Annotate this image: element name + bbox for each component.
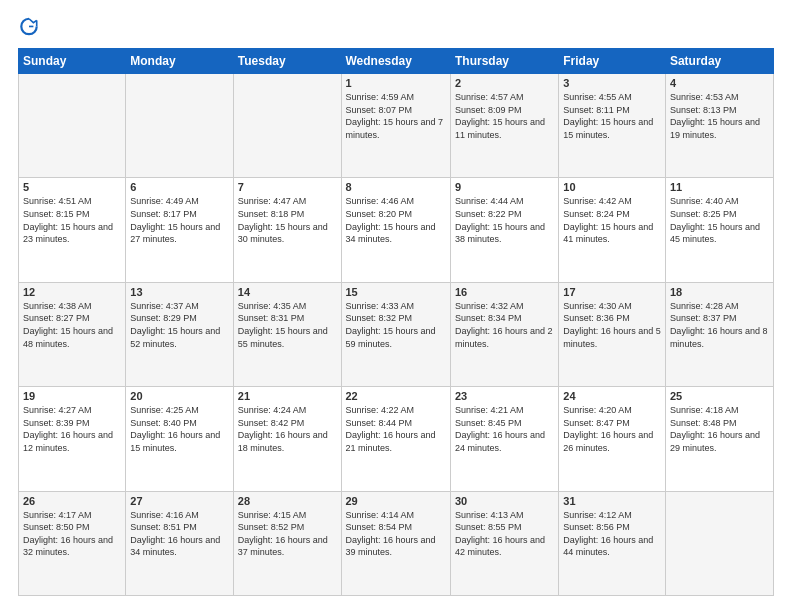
header [18,16,774,38]
day-cell: 31Sunrise: 4:12 AMSunset: 8:56 PMDayligh… [559,491,666,595]
day-info: Sunrise: 4:44 AMSunset: 8:22 PMDaylight:… [455,195,554,245]
day-cell: 2Sunrise: 4:57 AMSunset: 8:09 PMDaylight… [450,74,558,178]
day-number: 9 [455,181,554,193]
day-info: Sunrise: 4:16 AMSunset: 8:51 PMDaylight:… [130,509,228,559]
day-number: 2 [455,77,554,89]
day-info: Sunrise: 4:27 AMSunset: 8:39 PMDaylight:… [23,404,121,454]
week-row-1: 1Sunrise: 4:59 AMSunset: 8:07 PMDaylight… [19,74,774,178]
weekday-header-row: SundayMondayTuesdayWednesdayThursdayFrid… [19,49,774,74]
day-cell: 15Sunrise: 4:33 AMSunset: 8:32 PMDayligh… [341,282,450,386]
day-info: Sunrise: 4:51 AMSunset: 8:15 PMDaylight:… [23,195,121,245]
day-info: Sunrise: 4:59 AMSunset: 8:07 PMDaylight:… [346,91,446,141]
week-row-3: 12Sunrise: 4:38 AMSunset: 8:27 PMDayligh… [19,282,774,386]
day-info: Sunrise: 4:55 AMSunset: 8:11 PMDaylight:… [563,91,661,141]
day-cell: 11Sunrise: 4:40 AMSunset: 8:25 PMDayligh… [665,178,773,282]
day-info: Sunrise: 4:49 AMSunset: 8:17 PMDaylight:… [130,195,228,245]
day-info: Sunrise: 4:12 AMSunset: 8:56 PMDaylight:… [563,509,661,559]
day-number: 19 [23,390,121,402]
day-number: 26 [23,495,121,507]
day-number: 29 [346,495,446,507]
weekday-header-sunday: Sunday [19,49,126,74]
day-number: 23 [455,390,554,402]
day-cell: 28Sunrise: 4:15 AMSunset: 8:52 PMDayligh… [233,491,341,595]
day-cell: 12Sunrise: 4:38 AMSunset: 8:27 PMDayligh… [19,282,126,386]
day-number: 15 [346,286,446,298]
day-info: Sunrise: 4:40 AMSunset: 8:25 PMDaylight:… [670,195,769,245]
day-cell: 24Sunrise: 4:20 AMSunset: 8:47 PMDayligh… [559,387,666,491]
day-info: Sunrise: 4:32 AMSunset: 8:34 PMDaylight:… [455,300,554,350]
day-cell: 19Sunrise: 4:27 AMSunset: 8:39 PMDayligh… [19,387,126,491]
day-number: 5 [23,181,121,193]
day-number: 20 [130,390,228,402]
week-row-4: 19Sunrise: 4:27 AMSunset: 8:39 PMDayligh… [19,387,774,491]
day-cell: 22Sunrise: 4:22 AMSunset: 8:44 PMDayligh… [341,387,450,491]
day-info: Sunrise: 4:14 AMSunset: 8:54 PMDaylight:… [346,509,446,559]
weekday-header-friday: Friday [559,49,666,74]
day-cell: 23Sunrise: 4:21 AMSunset: 8:45 PMDayligh… [450,387,558,491]
day-info: Sunrise: 4:53 AMSunset: 8:13 PMDaylight:… [670,91,769,141]
day-info: Sunrise: 4:15 AMSunset: 8:52 PMDaylight:… [238,509,337,559]
logo [18,16,44,38]
day-cell [126,74,233,178]
day-info: Sunrise: 4:38 AMSunset: 8:27 PMDaylight:… [23,300,121,350]
day-cell [19,74,126,178]
day-cell: 25Sunrise: 4:18 AMSunset: 8:48 PMDayligh… [665,387,773,491]
day-info: Sunrise: 4:33 AMSunset: 8:32 PMDaylight:… [346,300,446,350]
day-cell: 10Sunrise: 4:42 AMSunset: 8:24 PMDayligh… [559,178,666,282]
day-cell: 16Sunrise: 4:32 AMSunset: 8:34 PMDayligh… [450,282,558,386]
day-info: Sunrise: 4:20 AMSunset: 8:47 PMDaylight:… [563,404,661,454]
day-number: 12 [23,286,121,298]
day-info: Sunrise: 4:46 AMSunset: 8:20 PMDaylight:… [346,195,446,245]
day-cell: 9Sunrise: 4:44 AMSunset: 8:22 PMDaylight… [450,178,558,282]
day-number: 13 [130,286,228,298]
day-cell: 4Sunrise: 4:53 AMSunset: 8:13 PMDaylight… [665,74,773,178]
day-number: 14 [238,286,337,298]
day-number: 22 [346,390,446,402]
day-info: Sunrise: 4:17 AMSunset: 8:50 PMDaylight:… [23,509,121,559]
day-cell: 26Sunrise: 4:17 AMSunset: 8:50 PMDayligh… [19,491,126,595]
day-cell: 6Sunrise: 4:49 AMSunset: 8:17 PMDaylight… [126,178,233,282]
day-cell: 18Sunrise: 4:28 AMSunset: 8:37 PMDayligh… [665,282,773,386]
day-number: 21 [238,390,337,402]
day-number: 11 [670,181,769,193]
week-row-5: 26Sunrise: 4:17 AMSunset: 8:50 PMDayligh… [19,491,774,595]
page: SundayMondayTuesdayWednesdayThursdayFrid… [0,0,792,612]
day-cell [233,74,341,178]
week-row-2: 5Sunrise: 4:51 AMSunset: 8:15 PMDaylight… [19,178,774,282]
day-cell: 7Sunrise: 4:47 AMSunset: 8:18 PMDaylight… [233,178,341,282]
day-info: Sunrise: 4:30 AMSunset: 8:36 PMDaylight:… [563,300,661,350]
day-info: Sunrise: 4:18 AMSunset: 8:48 PMDaylight:… [670,404,769,454]
day-cell: 8Sunrise: 4:46 AMSunset: 8:20 PMDaylight… [341,178,450,282]
day-info: Sunrise: 4:28 AMSunset: 8:37 PMDaylight:… [670,300,769,350]
day-number: 4 [670,77,769,89]
day-cell: 27Sunrise: 4:16 AMSunset: 8:51 PMDayligh… [126,491,233,595]
day-number: 18 [670,286,769,298]
day-info: Sunrise: 4:37 AMSunset: 8:29 PMDaylight:… [130,300,228,350]
day-number: 25 [670,390,769,402]
day-number: 28 [238,495,337,507]
day-cell: 17Sunrise: 4:30 AMSunset: 8:36 PMDayligh… [559,282,666,386]
day-number: 3 [563,77,661,89]
day-number: 27 [130,495,228,507]
day-info: Sunrise: 4:57 AMSunset: 8:09 PMDaylight:… [455,91,554,141]
weekday-header-thursday: Thursday [450,49,558,74]
day-info: Sunrise: 4:42 AMSunset: 8:24 PMDaylight:… [563,195,661,245]
day-cell: 14Sunrise: 4:35 AMSunset: 8:31 PMDayligh… [233,282,341,386]
day-cell: 3Sunrise: 4:55 AMSunset: 8:11 PMDaylight… [559,74,666,178]
day-number: 10 [563,181,661,193]
day-info: Sunrise: 4:35 AMSunset: 8:31 PMDaylight:… [238,300,337,350]
weekday-header-wednesday: Wednesday [341,49,450,74]
day-cell [665,491,773,595]
day-info: Sunrise: 4:24 AMSunset: 8:42 PMDaylight:… [238,404,337,454]
day-cell: 1Sunrise: 4:59 AMSunset: 8:07 PMDaylight… [341,74,450,178]
day-number: 30 [455,495,554,507]
day-number: 16 [455,286,554,298]
day-info: Sunrise: 4:47 AMSunset: 8:18 PMDaylight:… [238,195,337,245]
day-cell: 21Sunrise: 4:24 AMSunset: 8:42 PMDayligh… [233,387,341,491]
weekday-header-saturday: Saturday [665,49,773,74]
logo-icon [18,16,40,38]
day-cell: 30Sunrise: 4:13 AMSunset: 8:55 PMDayligh… [450,491,558,595]
weekday-header-monday: Monday [126,49,233,74]
day-info: Sunrise: 4:13 AMSunset: 8:55 PMDaylight:… [455,509,554,559]
day-number: 17 [563,286,661,298]
